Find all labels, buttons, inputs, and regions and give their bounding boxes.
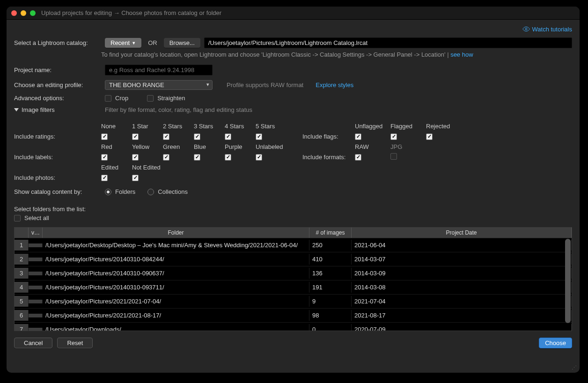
recent-button[interactable]: Recent▼ xyxy=(105,38,141,48)
select-all-checkbox[interactable] xyxy=(14,215,21,221)
row-select-cell[interactable] xyxy=(29,243,43,247)
label-blue-checkbox[interactable] xyxy=(194,154,200,161)
row-folder: /Users/joetaylor/Pictures/20140310-08424… xyxy=(43,254,309,265)
label-red-checkbox[interactable] xyxy=(101,154,108,161)
flag-flagged-checkbox[interactable] xyxy=(390,133,397,140)
reset-button[interactable]: Reset xyxy=(57,338,93,348)
row-folder: /Users/joetaylor/Pictures/20140310-09063… xyxy=(43,268,309,279)
catalog-label: Select a Lightroom catalog: xyxy=(14,39,101,46)
row-select-cell[interactable] xyxy=(29,300,43,303)
app-window: Upload projects for editing → Choose pho… xyxy=(7,7,580,373)
select-folders-label: Select folders from the list: xyxy=(14,206,572,213)
row-select-cell[interactable] xyxy=(29,286,43,289)
image-filters-toggle[interactable]: Image filters xyxy=(14,106,101,113)
crop-checkbox[interactable] xyxy=(105,95,111,102)
row-folder: /Users/joetaylor/Desktop/Desktop – Joe's… xyxy=(43,240,309,250)
header-folder[interactable]: Folder xyxy=(43,228,309,238)
rating-none-checkbox[interactable] xyxy=(101,133,108,140)
rating-4stars-label: 4 Stars xyxy=(225,123,256,130)
label-unlabeled-checkbox[interactable] xyxy=(256,154,262,161)
row-num-images: 98 xyxy=(309,310,352,321)
header-num-images[interactable]: # of images xyxy=(309,228,352,238)
profile-label: Choose an editing profile: xyxy=(14,81,101,88)
content: Watch tutorials Select a Lightroom catal… xyxy=(7,20,580,373)
or-text: OR xyxy=(145,39,160,46)
format-raw-label: RAW xyxy=(355,143,390,150)
resize-handle-icon[interactable]: ⋰ xyxy=(572,365,577,371)
row-num-images: 191 xyxy=(309,282,352,293)
rating-1star-checkbox[interactable] xyxy=(132,133,139,140)
profile-select[interactable]: THE BOHO RANGE xyxy=(105,80,213,90)
label-unlabeled-label: Unlabeled xyxy=(256,143,287,150)
row-index: 4 xyxy=(15,282,29,293)
include-formats-label: Include formats: xyxy=(302,154,355,161)
row-project-date: 2014-03-09 xyxy=(352,268,572,279)
row-folder: /Users/joetaylor/Pictures/2021/2021-07-0… xyxy=(43,296,309,307)
catalog-hint: To find your catalog's location, open Li… xyxy=(101,51,572,58)
row-select-cell[interactable] xyxy=(29,314,43,317)
table-row[interactable]: 6/Users/joetaylor/Pictures/2021/2021-08-… xyxy=(15,309,572,323)
photos-edited-checkbox[interactable] xyxy=(101,175,108,181)
label-yellow-checkbox[interactable] xyxy=(132,154,139,161)
row-num-images: 136 xyxy=(309,268,352,279)
advanced-label: Advanced options: xyxy=(14,95,101,102)
footer: Cancel Reset Choose xyxy=(14,338,572,348)
triangle-down-icon xyxy=(14,108,19,111)
rating-4stars-checkbox[interactable] xyxy=(225,133,231,140)
browse-button[interactable]: Browse... xyxy=(164,38,200,48)
include-ratings-label: Include ratings: xyxy=(14,133,101,140)
select-all-label: Select all xyxy=(24,214,49,221)
cancel-button[interactable]: Cancel xyxy=(14,338,52,348)
flag-rejected-checkbox[interactable] xyxy=(426,133,433,140)
label-green-checkbox[interactable] xyxy=(163,154,169,161)
catalog-path-input[interactable] xyxy=(204,37,572,48)
minimize-icon[interactable] xyxy=(21,10,26,16)
header-project-date[interactable]: Project Date xyxy=(352,228,572,238)
svg-point-0 xyxy=(525,28,527,30)
table-row[interactable]: 7/Users/joetaylor/Downloads/02020-07-09 xyxy=(15,323,572,331)
label-green-label: Green xyxy=(163,143,194,150)
row-index: 7 xyxy=(15,324,29,331)
folder-table: v ▼ Folder # of images Project Date 1/Us… xyxy=(14,227,572,331)
row-select-cell[interactable] xyxy=(29,328,43,331)
choose-button[interactable]: Choose xyxy=(539,338,572,348)
rating-2stars-label: 2 Stars xyxy=(163,123,194,130)
close-icon[interactable] xyxy=(11,10,17,16)
table-scrollbar[interactable] xyxy=(565,239,571,323)
collections-label: Collections xyxy=(158,188,188,195)
see-how-link[interactable]: see how xyxy=(450,51,473,58)
watch-tutorials-label: Watch tutorials xyxy=(532,26,573,33)
table-row[interactable]: 2/Users/joetaylor/Pictures/20140310-0842… xyxy=(15,252,572,266)
straighten-checkbox[interactable] xyxy=(147,95,154,102)
table-row[interactable]: 1/Users/joetaylor/Desktop/Desktop – Joe'… xyxy=(15,238,572,252)
format-jpg-label: JPG xyxy=(390,143,426,150)
row-num-images: 9 xyxy=(309,296,352,307)
header-sort[interactable]: v ▼ xyxy=(29,228,43,238)
chevron-down-icon: ▼ xyxy=(132,41,136,45)
row-select-cell[interactable] xyxy=(29,258,43,261)
rating-3stars-checkbox[interactable] xyxy=(194,133,200,140)
zoom-icon[interactable] xyxy=(30,10,36,16)
show-by-folders-radio[interactable] xyxy=(105,189,111,195)
table-row[interactable]: 5/Users/joetaylor/Pictures/2021/2021-07-… xyxy=(15,295,572,309)
watch-tutorials-link[interactable]: Watch tutorials xyxy=(522,25,573,33)
table-row[interactable]: 3/Users/joetaylor/Pictures/20140310-0906… xyxy=(15,266,572,280)
row-index: 6 xyxy=(15,310,29,321)
project-name-input[interactable] xyxy=(105,65,213,75)
photos-notedited-checkbox[interactable] xyxy=(132,175,139,181)
flag-rejected-label: Rejected xyxy=(426,123,462,130)
flag-unflagged-checkbox[interactable] xyxy=(355,133,361,140)
table-row[interactable]: 4/Users/joetaylor/Pictures/20140310-0937… xyxy=(15,280,572,295)
rating-2stars-checkbox[interactable] xyxy=(163,133,169,140)
format-raw-checkbox[interactable] xyxy=(355,154,361,161)
rating-1star-label: 1 Star xyxy=(132,123,163,130)
format-jpg-checkbox[interactable] xyxy=(390,153,397,160)
explore-styles-link[interactable]: Explore styles xyxy=(316,81,353,88)
row-project-date: 2021-07-04 xyxy=(352,296,572,307)
row-num-images: 250 xyxy=(309,240,352,250)
rating-5stars-checkbox[interactable] xyxy=(256,133,262,140)
window-title: Upload projects for editing → Choose pho… xyxy=(41,9,221,16)
row-select-cell[interactable] xyxy=(29,272,43,275)
label-purple-checkbox[interactable] xyxy=(225,154,231,161)
show-by-collections-radio[interactable] xyxy=(147,189,154,195)
